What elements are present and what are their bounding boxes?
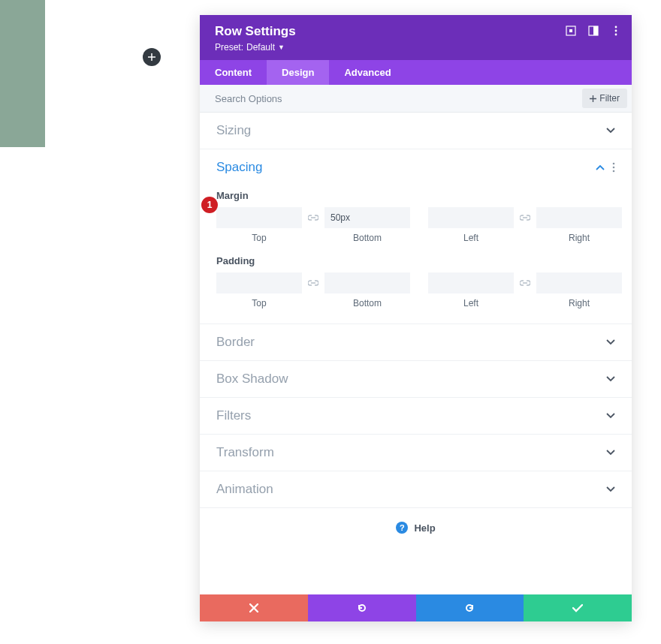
margin-controls: Top Bottom Left [216, 207, 615, 243]
link-icon[interactable] [518, 272, 532, 293]
link-icon[interactable] [306, 272, 320, 293]
page-sidebar-strip [0, 0, 45, 147]
dim-label-left: Left [463, 233, 478, 243]
save-button[interactable] [524, 594, 632, 621]
section-spacing: Spacing 1 Margin Top [200, 149, 632, 324]
section-title: Sizing [216, 123, 251, 138]
undo-button[interactable] [308, 594, 416, 621]
dim-label-right: Right [569, 298, 590, 308]
dim-label-right: Right [569, 233, 590, 243]
section-head-border[interactable]: Border [200, 324, 632, 360]
footer-actions [200, 594, 632, 621]
link-icon[interactable] [518, 207, 532, 228]
chevron-down-icon [606, 128, 615, 134]
filter-button[interactable]: Filter [582, 89, 627, 108]
help-link[interactable]: ? Help [200, 508, 632, 541]
dim-label-top: Top [252, 298, 266, 308]
preset-value: Default [246, 42, 275, 53]
preset-selector[interactable]: Preset: Default ▼ [215, 42, 617, 53]
section-head-box-shadow[interactable]: Box Shadow [200, 361, 632, 397]
check-icon [572, 603, 583, 612]
margin-top-input[interactable] [216, 207, 302, 228]
cancel-button[interactable] [200, 594, 308, 621]
search-row: Filter [200, 85, 632, 113]
padding-label: Padding [216, 255, 615, 266]
section-border: Border [200, 324, 632, 361]
dim-label-bottom: Bottom [353, 233, 382, 243]
margin-label: Margin [216, 190, 615, 201]
margin-right-input[interactable] [536, 207, 622, 228]
panel-header: Row Settings Preset: Default ▼ [200, 15, 632, 60]
plus-icon [590, 95, 596, 102]
settings-panel: Row Settings Preset: Default ▼ Content D… [200, 15, 632, 621]
section-head-animation[interactable]: Animation [200, 471, 632, 507]
margin-bottom-input[interactable] [324, 207, 410, 228]
padding-controls: Top Bottom Left [216, 272, 615, 308]
chevron-down-icon [606, 376, 615, 382]
kebab-menu-icon[interactable] [611, 26, 621, 36]
svg-point-6 [615, 34, 617, 36]
chevron-down-icon [606, 486, 615, 492]
help-label: Help [414, 522, 435, 534]
caret-down-icon: ▼ [278, 44, 285, 51]
chevron-down-icon [606, 450, 615, 456]
padding-left-input[interactable] [428, 272, 514, 293]
section-title: Box Shadow [216, 372, 288, 387]
section-animation: Animation [200, 471, 632, 508]
tab-design[interactable]: Design [267, 60, 329, 85]
close-icon [249, 603, 258, 612]
section-filters: Filters [200, 398, 632, 435]
redo-button[interactable] [416, 594, 524, 621]
padding-top-input[interactable] [216, 272, 302, 293]
plus-icon [148, 53, 155, 61]
search-input[interactable] [200, 86, 578, 112]
svg-point-4 [615, 26, 617, 29]
section-box-shadow: Box Shadow [200, 361, 632, 398]
spacing-body: Margin Top Bottom [200, 190, 632, 324]
section-title: Filters [216, 408, 251, 423]
svg-rect-1 [569, 29, 572, 32]
chevron-up-icon [596, 164, 605, 170]
section-menu-icon[interactable] [612, 162, 615, 173]
header-actions [566, 26, 621, 36]
panel-body: Sizing Spacing 1 Margin [200, 113, 632, 594]
dim-label-left: Left [463, 298, 478, 308]
panel-title: Row Settings [215, 24, 617, 39]
svg-rect-3 [593, 26, 598, 35]
section-title: Transform [216, 445, 274, 460]
padding-bottom-input[interactable] [324, 272, 410, 293]
section-sizing: Sizing [200, 113, 632, 149]
add-section-button[interactable] [143, 48, 161, 66]
preset-prefix: Preset: [215, 42, 243, 53]
section-head-transform[interactable]: Transform [200, 435, 632, 471]
section-head-sizing[interactable]: Sizing [200, 113, 632, 149]
tabs: Content Design Advanced [200, 60, 632, 85]
dim-label-top: Top [252, 233, 266, 243]
section-title: Spacing [216, 160, 262, 175]
redo-icon [464, 603, 475, 613]
snap-icon[interactable] [588, 26, 599, 36]
expand-icon[interactable] [566, 26, 576, 36]
link-icon[interactable] [306, 207, 320, 228]
callout-marker-1: 1 [201, 197, 218, 213]
section-title: Border [216, 335, 255, 350]
padding-right-input[interactable] [536, 272, 622, 293]
chevron-down-icon [606, 339, 615, 345]
dim-label-bottom: Bottom [353, 298, 382, 308]
svg-point-7 [613, 163, 615, 165]
chevron-down-icon [606, 413, 615, 419]
svg-point-8 [613, 167, 615, 169]
tab-advanced[interactable]: Advanced [329, 60, 406, 85]
margin-left-input[interactable] [428, 207, 514, 228]
section-title: Animation [216, 482, 273, 497]
filter-label: Filter [599, 93, 620, 104]
section-transform: Transform [200, 435, 632, 471]
section-head-filters[interactable]: Filters [200, 398, 632, 434]
help-icon: ? [396, 522, 408, 534]
undo-icon [357, 603, 367, 613]
svg-point-5 [615, 30, 617, 32]
svg-point-9 [613, 170, 615, 173]
section-head-spacing[interactable]: Spacing [200, 149, 632, 185]
tab-content[interactable]: Content [200, 60, 267, 85]
